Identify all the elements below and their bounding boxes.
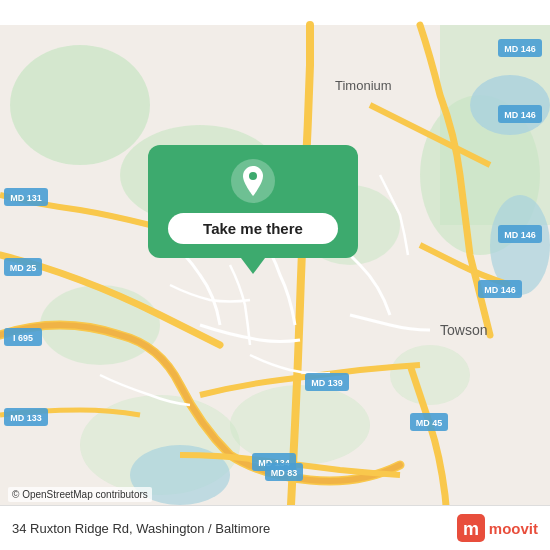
svg-text:MD 146: MD 146 — [504, 110, 536, 120]
svg-text:I 695: I 695 — [13, 333, 33, 343]
moovit-icon: m — [457, 514, 485, 542]
towson-label: Towson — [440, 322, 487, 338]
svg-text:m: m — [463, 519, 479, 539]
svg-text:MD 146: MD 146 — [504, 230, 536, 240]
location-popup: Take me there — [148, 145, 358, 274]
svg-point-6 — [390, 345, 470, 405]
map-attribution: © OpenStreetMap contributors — [8, 487, 152, 502]
svg-text:MD 83: MD 83 — [271, 468, 298, 478]
svg-text:MD 131: MD 131 — [10, 193, 42, 203]
moovit-logo: m moovit — [457, 514, 538, 542]
take-me-there-button[interactable]: Take me there — [168, 213, 338, 244]
svg-text:MD 25: MD 25 — [10, 263, 37, 273]
map-background: Timonium Towson MD 146 MD 146 MD 146 MD … — [0, 0, 550, 550]
svg-text:MD 133: MD 133 — [10, 413, 42, 423]
svg-point-1 — [10, 45, 150, 165]
svg-text:MD 139: MD 139 — [311, 378, 343, 388]
location-pin-icon — [240, 166, 266, 196]
location-icon-wrap — [231, 159, 275, 203]
svg-text:MD 146: MD 146 — [484, 285, 516, 295]
moovit-name: moovit — [489, 520, 538, 537]
popup-box: Take me there — [148, 145, 358, 258]
svg-point-37 — [249, 172, 257, 180]
svg-text:MD 45: MD 45 — [416, 418, 443, 428]
bottom-bar: 34 Ruxton Ridge Rd, Washington / Baltimo… — [0, 505, 550, 550]
svg-text:MD 146: MD 146 — [504, 44, 536, 54]
popup-pointer — [241, 258, 265, 274]
address-label: 34 Ruxton Ridge Rd, Washington / Baltimo… — [12, 521, 270, 536]
map-container: Timonium Towson MD 146 MD 146 MD 146 MD … — [0, 0, 550, 550]
timonium-label: Timonium — [335, 78, 392, 93]
